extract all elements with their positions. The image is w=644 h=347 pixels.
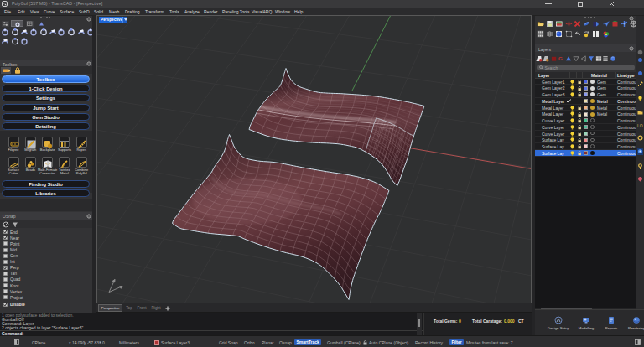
svg-text:G: G <box>558 55 562 61</box>
svg-text:LO: LO <box>637 123 643 128</box>
